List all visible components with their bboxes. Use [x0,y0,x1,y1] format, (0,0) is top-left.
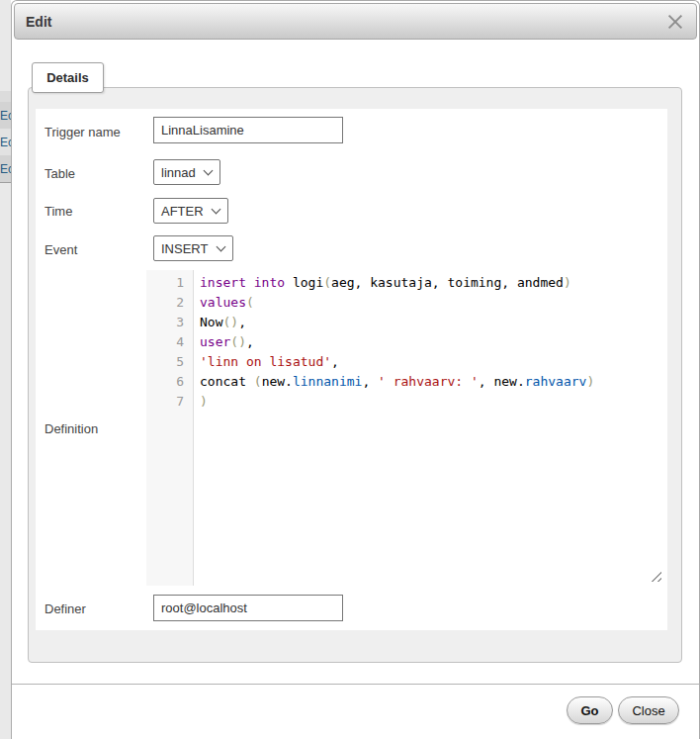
table-select-value: linnad [161,165,196,180]
background-table-header [0,91,11,102]
buttonpane-divider [12,684,699,685]
background-table-divider [0,182,11,183]
close-icon [666,13,684,31]
definition-label: Definition [44,421,98,436]
page: { "page": { "background_rows": [ { "labe… [0,0,700,739]
time-select[interactable]: AFTER [153,198,228,224]
editor-gutter: 1234567 [146,270,194,586]
background-link-fragment: Ec [0,136,11,149]
background-link-fragment: Ec [0,109,11,123]
definition-editor[interactable]: 1234567 insert into logi(aeg, kasutaja, … [146,270,664,586]
definer-label: Definer [44,601,86,616]
time-label: Time [44,204,72,219]
background-table-row: Ec [0,129,11,155]
chevron-down-icon [217,241,226,251]
go-button[interactable]: Go [567,696,613,724]
trigger-form: Trigger name Table linnad Time AFTER Eve… [36,109,667,630]
table-label: Table [44,166,75,181]
dialog-close-button[interactable] [665,12,685,32]
chevron-down-icon [212,204,221,214]
background-table-row: Ec [0,155,11,182]
tab-details-label: Details [46,70,89,85]
close-button[interactable]: Close [618,696,679,724]
event-select-value: INSERT [161,241,208,256]
background-link-fragment: Ec [0,162,11,176]
table-select[interactable]: linnad [153,159,220,185]
time-select-value: AFTER [161,204,204,219]
details-fieldset: Trigger name Table linnad Time AFTER Eve… [28,87,682,663]
background-page-strip: Ec Ec Ec [0,0,11,739]
trigger-name-input[interactable] [153,117,343,143]
editor-code[interactable]: insert into logi(aeg, kasutaja, toiming,… [194,270,664,586]
tab-details[interactable]: Details [32,62,104,93]
dialog-titlebar: Edit [14,3,697,40]
dialog-title: Edit [26,14,51,30]
chevron-down-icon [204,165,214,175]
event-select[interactable]: INSERT [153,235,233,261]
background-table-row: Ec [0,102,11,129]
trigger-name-label: Trigger name [44,125,121,139]
edit-trigger-dialog: Edit Details Trigger name Table linnad T… [11,0,700,739]
definer-input[interactable] [153,595,343,621]
event-label: Event [44,242,77,257]
